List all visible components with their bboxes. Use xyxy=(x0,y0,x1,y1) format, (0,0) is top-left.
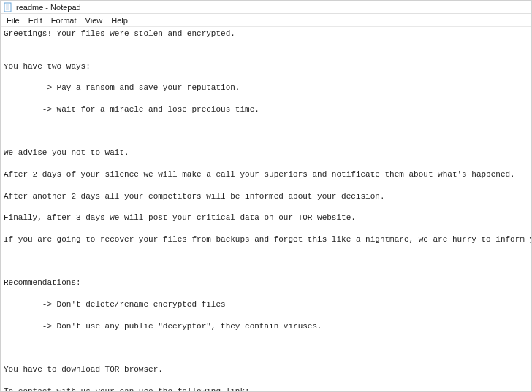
editor-line: After another 2 days all your competitor… xyxy=(4,192,385,201)
editor-line: -> Pay a ransom and save your reputation… xyxy=(4,83,240,92)
window-title: readme - Notepad xyxy=(16,3,81,12)
menu-help[interactable]: Help xyxy=(107,16,132,25)
menubar: File Edit Format View Help xyxy=(1,14,531,27)
editor-line: Recommendations: xyxy=(4,278,81,287)
editor-line: To contact with us your can use the foll… xyxy=(4,387,250,391)
notepad-icon xyxy=(3,2,13,12)
menu-file[interactable]: File xyxy=(2,16,24,25)
editor-line: If you are going to recover your files f… xyxy=(4,235,531,244)
editor-line: You have to download TOR browser. xyxy=(4,365,163,374)
menu-format[interactable]: Format xyxy=(47,16,81,25)
svg-rect-0 xyxy=(4,3,11,12)
menu-view[interactable]: View xyxy=(81,16,107,25)
editor-line: You have two ways: xyxy=(4,62,91,71)
editor-line: After 2 days of your silence we will mak… xyxy=(4,170,515,179)
text-editor[interactable]: Greetings! Your files were stolen and en… xyxy=(1,27,531,391)
titlebar: readme - Notepad xyxy=(1,1,531,14)
editor-line: -> Don't delete/rename encrypted files xyxy=(4,300,226,309)
editor-line: Finally, after 3 days we will post your … xyxy=(4,213,356,222)
editor-line: -> Wait for a miracle and lose precious … xyxy=(4,105,259,114)
editor-line: We advise you not to wait. xyxy=(4,148,129,157)
menu-edit[interactable]: Edit xyxy=(24,16,47,25)
editor-line: -> Don't use any public "decryptor", the… xyxy=(4,322,322,331)
editor-line: Greetings! Your files were stolen and en… xyxy=(4,29,235,38)
